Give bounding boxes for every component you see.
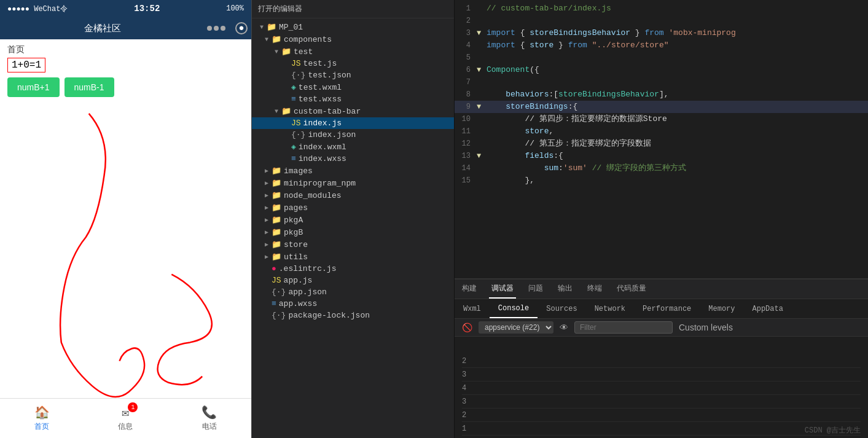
circle-button[interactable]: ● bbox=[235, 22, 248, 34]
filetree-body[interactable]: ▼📁MP_01▼📁components▼📁testJStest.js{·}tes… bbox=[252, 18, 454, 438]
code-line-8: 8 behaviors:[storeBindingsBehavior], bbox=[455, 88, 868, 101]
phone-icon: 📞 bbox=[201, 405, 217, 420]
tree-item-test[interactable]: ▼📁test bbox=[252, 45, 454, 58]
tree-item--eslintrc-js[interactable]: ●.eslintrc.js bbox=[252, 263, 454, 275]
devtools-top-tabs: 构建调试器问题输出终端代码质量 bbox=[455, 280, 868, 299]
code-line-10: 10 // 第四步：指定要绑定的数据源Store bbox=[455, 113, 868, 125]
code-line-5: 5 bbox=[455, 52, 868, 64]
tree-item-index-js[interactable]: JSindex.js bbox=[252, 117, 454, 129]
code-line-7: 7 bbox=[455, 76, 868, 88]
tree-item-store[interactable]: ▶📁store bbox=[252, 238, 454, 251]
line-arrow[interactable]: ▼ bbox=[477, 64, 487, 76]
context-select[interactable]: appservice (#22) bbox=[479, 321, 553, 334]
line-arrow[interactable]: ▼ bbox=[477, 27, 487, 39]
devtools-bottom-tab-Wxml[interactable]: Wxml bbox=[455, 299, 490, 318]
numB-plus-button[interactable]: numB+1 bbox=[7, 77, 60, 97]
tree-item-app-wxss[interactable]: ≡app.wxss bbox=[252, 298, 454, 310]
devtools-bottom-tab-AppData[interactable]: AppData bbox=[744, 299, 792, 318]
line-number: 3 bbox=[455, 27, 477, 39]
devtools-bottom-tab-Console[interactable]: Console bbox=[490, 299, 538, 318]
tree-item-node-modules[interactable]: ▶📁node_modules bbox=[252, 189, 454, 201]
phone-bottom-nav: 🏠 首页 ✉ 1 信息 📞 电话 bbox=[0, 398, 251, 438]
tree-item-app-json[interactable]: {·}app.json bbox=[252, 286, 454, 298]
line-number: 10 bbox=[455, 113, 477, 125]
dot2 bbox=[214, 26, 219, 31]
phone-title: 金橘社区 bbox=[4, 23, 201, 34]
tree-item-package-lock-json[interactable]: {·}package-lock.json bbox=[252, 310, 454, 321]
tree-item-index-json[interactable]: {·}index.json bbox=[252, 129, 454, 141]
status-right: 100% bbox=[226, 4, 244, 13]
devtools-top-tab-终端[interactable]: 终端 bbox=[585, 280, 604, 299]
devtools-bottom-tab-Sources[interactable]: Sources bbox=[538, 299, 585, 318]
tree-item-test-json[interactable]: {·}test.json bbox=[252, 69, 454, 81]
tree-item-test-wxss[interactable]: ≡test.wxss bbox=[252, 93, 454, 105]
code-line-4: 4 import { store } from "../store/store" bbox=[455, 39, 868, 52]
line-number: 5 bbox=[455, 52, 477, 64]
line-number: 2 bbox=[455, 15, 477, 27]
editor-panel: 1 // custom-tab-bar/index.js2 3▼import {… bbox=[455, 0, 868, 438]
tree-item-test-js[interactable]: JStest.js bbox=[252, 58, 454, 69]
line-content: // custom-tab-bar/index.js bbox=[487, 2, 868, 15]
devtools-bottom-tab-Performance[interactable]: Performance bbox=[634, 299, 700, 318]
battery-icon: 100% bbox=[226, 4, 244, 13]
line-content: store, bbox=[487, 125, 868, 138]
devtools-top-tab-问题[interactable]: 问题 bbox=[526, 280, 545, 299]
devtools-top-tab-构建[interactable]: 构建 bbox=[459, 280, 479, 299]
tree-item-pages[interactable]: ▶📁pages bbox=[252, 201, 454, 214]
console-line: 3 bbox=[462, 395, 861, 409]
nav-item-home[interactable]: 🏠 首页 bbox=[34, 405, 50, 432]
console-num: 2 bbox=[462, 411, 477, 420]
phone-status-bar: ●●●●● WeChat令 13:52 100% bbox=[0, 0, 251, 17]
console-line: 3 bbox=[462, 368, 861, 381]
tree-item-index-wxss[interactable]: ≡index.wxss bbox=[252, 153, 454, 165]
filetree-panel: 打开的编辑器 ▼📁MP_01▼📁components▼📁testJStest.j… bbox=[252, 0, 455, 438]
toolbar-prohibit-btn[interactable]: 🚫 bbox=[459, 321, 475, 334]
tree-item-miniprogram-npm[interactable]: ▶📁miniprogram_npm bbox=[252, 177, 454, 189]
nav-item-phone[interactable]: 📞 电话 bbox=[201, 405, 217, 432]
line-content: storeBindings:{ bbox=[487, 101, 868, 113]
line-number: 14 bbox=[455, 162, 477, 174]
phone-content: 首页 1+0=1 numB+1 numB-1 bbox=[0, 39, 251, 398]
line-number: 1 bbox=[455, 2, 477, 15]
console-line: 4 bbox=[462, 381, 861, 395]
tree-item-utils[interactable]: ▶📁utils bbox=[252, 251, 454, 263]
nav-item-message[interactable]: ✉ 1 信息 bbox=[118, 405, 133, 432]
custom-levels-button[interactable]: Custom levels bbox=[676, 321, 735, 334]
line-content: // 第五步：指定要绑定的字段数据 bbox=[487, 138, 868, 150]
devtools-bottom-tabs: WxmlConsoleSourcesNetworkPerformanceMemo… bbox=[455, 299, 868, 319]
line-arrow[interactable]: ▼ bbox=[477, 150, 487, 162]
devtools-top-tab-调试器[interactable]: 调试器 bbox=[489, 280, 516, 299]
tree-item-custom-tab-bar[interactable]: ▼📁custom-tab-bar bbox=[252, 105, 454, 117]
nav-label-home: 首页 bbox=[34, 421, 49, 432]
tree-item-index-wxml[interactable]: ◈index.wxml bbox=[252, 141, 454, 153]
line-number: 12 bbox=[455, 138, 477, 150]
tree-item-test-wxml[interactable]: ◈test.wxml bbox=[252, 81, 454, 93]
line-arrow[interactable]: ▼ bbox=[477, 101, 487, 113]
line-content: // 第四步：指定要绑定的数据源Store bbox=[487, 113, 868, 125]
line-number: 9 bbox=[455, 101, 477, 113]
home-icon: 🏠 bbox=[34, 405, 50, 420]
filter-input[interactable] bbox=[574, 321, 673, 334]
code-line-3: 3▼import { storeBindingsBehavior } from … bbox=[455, 27, 868, 39]
nav-label-message: 信息 bbox=[118, 421, 133, 432]
tree-item-images[interactable]: ▶📁images bbox=[252, 165, 454, 177]
tree-item-components[interactable]: ▼📁components bbox=[252, 33, 454, 45]
console-num: 1 bbox=[462, 424, 477, 433]
line-content: }, bbox=[487, 174, 868, 187]
console-num: 3 bbox=[462, 370, 477, 379]
phone-title-bar: 金橘社区 ● bbox=[0, 17, 251, 39]
dots-menu[interactable] bbox=[207, 26, 225, 31]
devtools-bottom-tab-Memory[interactable]: Memory bbox=[700, 299, 743, 318]
code-line-13: 13▼ fields:{ bbox=[455, 150, 868, 162]
tree-item-pkgB[interactable]: ▶📁pkgB bbox=[252, 226, 454, 238]
tree-item-pkgA[interactable]: ▶📁pkgA bbox=[252, 214, 454, 226]
devtools-top-tab-代码质量[interactable]: 代码质量 bbox=[614, 280, 649, 299]
tree-root[interactable]: ▼📁MP_01 bbox=[252, 21, 454, 33]
devtools-bottom-tab-Network[interactable]: Network bbox=[586, 299, 634, 318]
devtools-top-tab-输出[interactable]: 输出 bbox=[555, 280, 575, 299]
eye-btn[interactable]: 👁 bbox=[557, 321, 571, 334]
calc-result-box: 1+0=1 bbox=[7, 58, 45, 72]
tree-item-app-js[interactable]: JSapp.js bbox=[252, 275, 454, 286]
console-num: 3 bbox=[462, 397, 477, 406]
numB-minus-button[interactable]: numB-1 bbox=[65, 77, 114, 97]
